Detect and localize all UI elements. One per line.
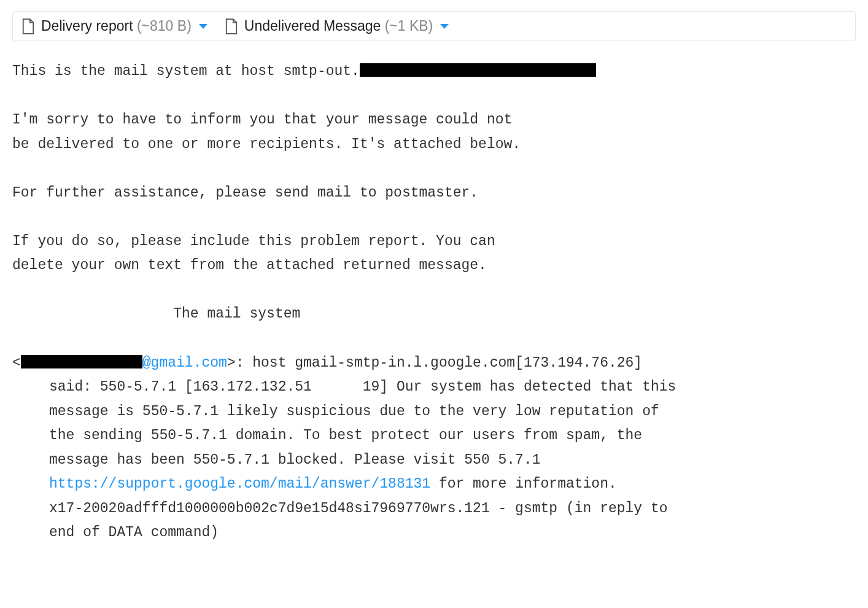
attachment-size: (~810 B) (137, 18, 192, 34)
file-icon (225, 18, 238, 34)
diag-host-info: >: host gmail-smtp-in.l.google.com[173.1… (227, 355, 642, 371)
redacted-email-local (21, 355, 142, 368)
host-line-prefix: This is the mail system at host smtp-out… (12, 63, 360, 79)
email-domain: @gmail.com (142, 355, 227, 371)
attachment-name: Delivery report (~810 B) (41, 18, 192, 34)
support-link[interactable]: https://support.google.com/mail/answer/1… (49, 476, 430, 492)
further-assistance-paragraph: For further assistance, please send mail… (12, 185, 478, 201)
attachment-name: Undelivered Message (~1 KB) (244, 18, 433, 34)
mail-system-heading: The mail system (12, 306, 300, 322)
sorry-paragraph: I'm sorry to have to inform you that you… (12, 112, 521, 152)
include-report-paragraph: If you do so, please include this proble… (12, 233, 495, 274)
attachment-size: (~1 KB) (385, 18, 433, 34)
attachment-bar: Delivery report (~810 B) Undelivered Mes… (12, 11, 856, 41)
bounce-message-body: This is the mail system at host smtp-out… (0, 41, 868, 545)
file-icon (21, 18, 35, 34)
diagnostic-block: said: 550-5.7.1 [163.172.132.51 19] Our … (12, 375, 856, 545)
chevron-down-icon[interactable] (440, 24, 449, 29)
redacted-hostname (360, 63, 596, 77)
attachment-delivery-report[interactable]: Delivery report (~810 B) (21, 18, 207, 34)
angle-open: < (12, 355, 21, 371)
chevron-down-icon[interactable] (199, 24, 207, 29)
diag-text-1: said: 550-5.7.1 [163.172.132.51 19] Our … (49, 379, 676, 468)
attachment-undelivered-message[interactable]: Undelivered Message (~1 KB) (225, 18, 449, 34)
